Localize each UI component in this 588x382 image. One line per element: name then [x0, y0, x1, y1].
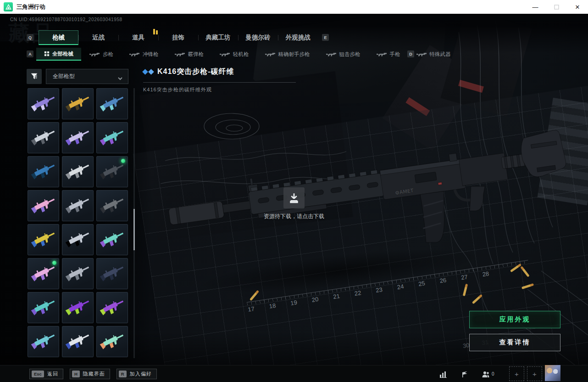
weapon-skin-tile-14[interactable] [62, 224, 94, 255]
download-button[interactable] [283, 187, 305, 208]
plus-icon: + [533, 370, 537, 378]
sub-tab-4[interactable]: 霰弹枪 [166, 48, 212, 61]
filter-icon [30, 73, 38, 80]
main-tabs: 枪械近战道具挂饰典藏工坊曼德尔砖外观挑战 [39, 30, 318, 45]
sub-tab-6[interactable]: 精确射手步枪 [257, 48, 318, 61]
filter-button[interactable] [27, 69, 42, 84]
weapon-preview-image[interactable]: ⚙AMET [160, 104, 572, 287]
download-prompt[interactable]: 资源待下载，请点击下载 [260, 187, 328, 220]
sub-tab-5[interactable]: 轻机枪 [211, 48, 257, 61]
main-tab-5[interactable]: 典藏工坊 [198, 30, 238, 45]
download-message: 资源待下载，请点击下载 [248, 213, 340, 220]
gun-icon [326, 52, 337, 57]
main-tab-7[interactable]: 外观挑战 [278, 30, 318, 45]
weapon-skin-tile-3[interactable] [96, 88, 128, 119]
minimize-button[interactable]: — [525, 0, 546, 14]
weapon-skin-tile-10[interactable] [28, 190, 59, 221]
key-badge: H [72, 371, 80, 377]
weapon-skin-tile-24[interactable] [96, 326, 128, 357]
sub-tab-9[interactable]: 特殊武器 [408, 48, 459, 61]
weapon-skin-tile-1[interactable] [28, 88, 59, 119]
key-badge: R [119, 371, 127, 377]
weapon-skin-tile-21[interactable] [96, 292, 128, 323]
game-stage: 171819202122232425262728 303132 [0, 14, 588, 382]
weapon-skin-tile-18[interactable] [96, 258, 128, 289]
shortcut-label: 加入偏好 [130, 371, 152, 377]
new-indicator-dot [121, 159, 125, 163]
add-slot-button[interactable]: + [527, 366, 542, 381]
window-title: 三角洲行动 [17, 3, 45, 11]
weapon-skin-tile-17[interactable] [62, 258, 94, 289]
gun-icon [174, 52, 185, 57]
weapon-skin-tile-15[interactable] [96, 224, 128, 255]
new-indicator-dot [52, 261, 56, 265]
gun-icon [219, 52, 230, 57]
gun-icon [376, 52, 387, 57]
skin-description: K416突击步枪的碳纤维外观 [143, 86, 296, 93]
delta-force-window: { "window": { "title": "三角洲行动", "control… [0, 0, 588, 382]
sub-tab-label: 全部枪械 [52, 51, 73, 57]
grid-scrollbar-thumb[interactable] [133, 209, 135, 250]
weapon-skin-tile-11[interactable] [62, 190, 94, 221]
main-tab-3[interactable]: 道具 [118, 30, 158, 45]
sub-tab-8[interactable]: 手枪 [368, 48, 408, 61]
add-slot-button[interactable]: + [509, 366, 524, 381]
weapon-skin-tile-9[interactable] [96, 156, 128, 187]
weapon-skin-tile-13[interactable] [28, 224, 59, 255]
detail-divider [143, 82, 296, 83]
sub-tab-3[interactable]: 冲锋枪 [121, 48, 166, 61]
sub-tab-label: 霰弹枪 [188, 51, 204, 58]
dropdown-value: 全部枪型 [53, 73, 75, 80]
notice-badge-icon [153, 29, 158, 34]
shortcut-esc[interactable]: Esc返回 [29, 369, 63, 379]
key-d-badge: D [407, 51, 414, 57]
sub-tab-7[interactable]: 狙击步枪 [318, 48, 368, 61]
weapon-skin-tile-22[interactable] [28, 326, 59, 357]
flag-button[interactable] [460, 370, 471, 378]
weapon-skin-tile-8[interactable] [62, 156, 94, 187]
stats-button[interactable] [439, 370, 449, 378]
title-bar: 三角洲行动 — ✕ [0, 0, 588, 14]
flag-icon [460, 371, 469, 378]
shortcut-buttons: Esc返回H隐藏界面R加入偏好 [29, 369, 157, 379]
weapon-skin-tile-20[interactable] [62, 292, 94, 323]
main-tab-2[interactable]: 近战 [78, 30, 118, 45]
sub-tab-2[interactable]: 步枪 [81, 48, 121, 61]
avatar[interactable] [545, 365, 560, 381]
gun-icon [416, 52, 427, 57]
main-tab-1[interactable]: 枪械 [39, 30, 78, 45]
weapon-skin-tile-12[interactable] [96, 190, 128, 221]
close-button[interactable]: ✕ [567, 0, 588, 14]
key-a-badge: A [27, 51, 33, 57]
weapon-skin-tile-19[interactable] [28, 292, 59, 323]
apply-skin-button[interactable]: 应用外观 [469, 311, 560, 328]
weapon-skin-grid [28, 88, 128, 357]
weapon-skin-tile-4[interactable] [28, 122, 59, 153]
key-badge: Esc [32, 371, 44, 377]
sub-tab-label: 冲锋枪 [143, 51, 159, 58]
weapon-skin-tile-6[interactable] [96, 122, 128, 153]
bar-chart-icon [439, 371, 448, 378]
sub-tab-1[interactable]: 全部枪械 [36, 48, 81, 61]
weapon-skin-tile-7[interactable] [28, 156, 59, 187]
maximize-button[interactable] [546, 0, 567, 14]
uid-text: CN UID:45969210788703010192_202603041958 [10, 17, 122, 22]
shortcut-h[interactable]: H隐藏界面 [70, 369, 110, 379]
weapon-skin-tile-16[interactable] [28, 258, 59, 289]
weapon-type-dropdown[interactable]: 全部枪型 [46, 69, 128, 84]
friends-button[interactable]: 0 [482, 370, 497, 378]
sub-tab-label: 轻机枪 [233, 51, 249, 58]
main-tab-4[interactable]: 挂饰 [158, 30, 198, 45]
weapon-skin-tile-5[interactable] [62, 122, 94, 153]
shortcut-r[interactable]: R加入偏好 [116, 369, 157, 379]
skin-title: K416突击步枪-碳纤维 [157, 67, 234, 77]
weapon-skin-tile-2[interactable] [62, 88, 94, 119]
rarity-diamonds-icon [143, 70, 153, 74]
view-details-button[interactable]: 查看详情 [469, 334, 560, 351]
grid-scrollbar[interactable] [133, 88, 135, 358]
skin-detail-header: K416突击步枪-碳纤维 K416突击步枪的碳纤维外观 [143, 67, 296, 93]
chevron-down-icon [118, 74, 122, 79]
weapon-skin-tile-23[interactable] [62, 326, 94, 357]
main-tab-6[interactable]: 曼德尔砖 [238, 30, 278, 45]
bottom-bar: Esc返回H隐藏界面R加入偏好 0 + + [0, 365, 588, 382]
